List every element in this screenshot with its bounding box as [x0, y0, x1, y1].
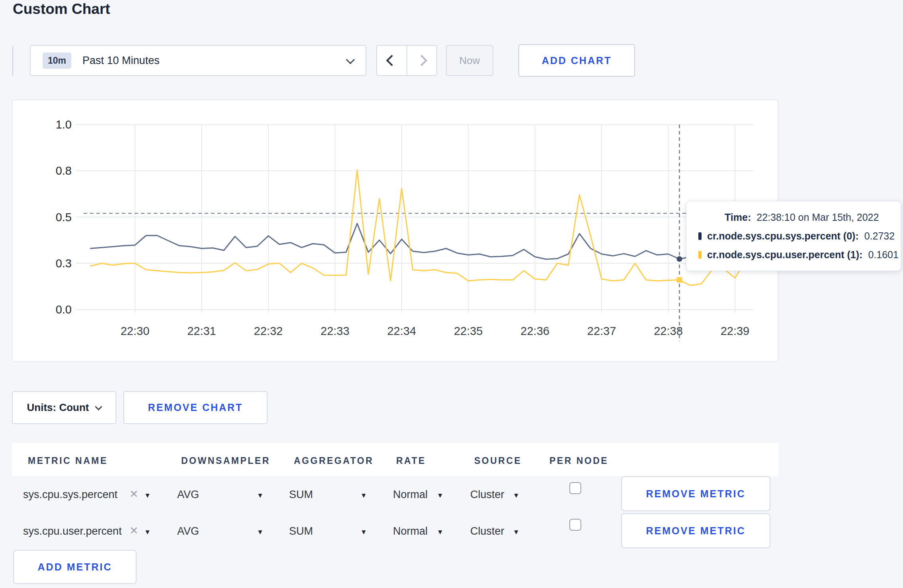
remove-chart-button[interactable]: REMOVE CHART: [123, 391, 268, 424]
aggregator-select[interactable]: SUM: [289, 525, 313, 537]
downsampler-arrow-icon[interactable]: ▼: [257, 492, 264, 499]
line-chart[interactable]: 0.00.30.50.81.022:3022:3122:3222:3322:34…: [12, 99, 778, 362]
units-label: Units: Count: [27, 401, 89, 414]
source-arrow-icon[interactable]: ▼: [513, 492, 520, 499]
col-header-per-node: PER NODE: [549, 456, 608, 466]
chart-hover-tooltip: Time: 22:38:10 on Mar 15th, 2022 cr.node…: [686, 201, 901, 271]
custom-chart-page: Custom Chart 10m Past 10 Minutes Now ADD…: [0, 0, 903, 588]
col-header-rate: RATE: [396, 456, 426, 466]
svg-text:1.0: 1.0: [56, 118, 72, 131]
add-metric-button[interactable]: ADD METRIC: [13, 550, 137, 584]
col-header-downsampler: DOWNSAMPLER: [181, 456, 270, 466]
remove-metric-button[interactable]: REMOVE METRIC: [621, 513, 770, 548]
user-series-legend-icon: [698, 251, 702, 259]
svg-text:22:38: 22:38: [654, 325, 683, 337]
svg-text:22:36: 22:36: [520, 325, 549, 337]
metric-name-select[interactable]: sys.cpu.user.percent: [23, 525, 122, 537]
col-header-aggregator: AGGREGATOR: [294, 456, 373, 466]
time-range-dropdown[interactable]: 10m Past 10 Minutes: [30, 45, 366, 76]
svg-text:0.0: 0.0: [56, 303, 72, 316]
svg-text:22:37: 22:37: [587, 325, 616, 337]
clear-metric-icon[interactable]: ✕: [129, 488, 139, 500]
svg-text:22:34: 22:34: [387, 325, 416, 337]
next-time-button[interactable]: [407, 46, 437, 75]
remove-metric-button[interactable]: REMOVE METRIC: [621, 476, 770, 511]
downsampler-select[interactable]: AVG: [177, 525, 199, 537]
metrics-table-header: [12, 443, 778, 476]
sys-series-legend-icon: [698, 232, 702, 240]
time-range-badge: 10m: [43, 53, 71, 69]
chevron-right-icon: [416, 55, 427, 66]
col-header-metric-name: METRIC NAME: [28, 456, 108, 466]
time-step-group: [376, 45, 437, 76]
metric-dropdown-arrow-icon[interactable]: ▼: [144, 529, 151, 535]
svg-text:0.3: 0.3: [56, 257, 72, 270]
tooltip-sys-name: cr.node.sys.cpu.sys.percent (0):: [707, 230, 859, 242]
svg-text:22:35: 22:35: [454, 325, 483, 337]
tooltip-sys-value: 0.2732: [864, 230, 895, 242]
chevron-down-icon: [95, 403, 102, 410]
svg-text:22:33: 22:33: [321, 325, 350, 337]
tooltip-user-value: 0.1601: [868, 249, 898, 261]
svg-text:22:32: 22:32: [254, 325, 283, 337]
svg-text:22:31: 22:31: [187, 325, 216, 337]
downsampler-arrow-icon[interactable]: ▼: [257, 529, 264, 535]
units-dropdown[interactable]: Units: Count: [12, 391, 116, 424]
clear-metric-icon[interactable]: ✕: [129, 524, 139, 537]
rate-select[interactable]: Normal: [393, 525, 428, 537]
chevron-down-icon: [346, 55, 355, 64]
downsampler-select[interactable]: AVG: [177, 489, 199, 501]
add-chart-button[interactable]: ADD CHART: [518, 44, 635, 77]
tooltip-time-value: 22:38:10 on Mar 15th, 2022: [756, 212, 879, 223]
toolbar-divider: [12, 46, 13, 76]
metric-name-select[interactable]: sys.cpu.sys.percent: [23, 489, 117, 501]
aggregator-arrow-icon[interactable]: ▼: [360, 492, 367, 499]
rate-arrow-icon[interactable]: ▼: [437, 529, 444, 535]
prev-time-button[interactable]: [377, 46, 407, 75]
metric-dropdown-arrow-icon[interactable]: ▼: [144, 492, 151, 499]
now-button[interactable]: Now: [446, 45, 493, 76]
svg-text:0.8: 0.8: [56, 164, 72, 177]
source-select[interactable]: Cluster: [470, 489, 504, 501]
rate-select[interactable]: Normal: [393, 489, 428, 501]
svg-text:0.5: 0.5: [56, 211, 72, 224]
page-title: Custom Chart: [13, 1, 110, 18]
aggregator-arrow-icon[interactable]: ▼: [360, 529, 367, 535]
tooltip-time-label: Time:: [725, 212, 751, 223]
per-node-checkbox[interactable]: [569, 519, 581, 531]
rate-arrow-icon[interactable]: ▼: [437, 492, 444, 499]
chevron-left-icon: [386, 55, 397, 66]
aggregator-select[interactable]: SUM: [289, 489, 313, 501]
source-arrow-icon[interactable]: ▼: [513, 529, 520, 535]
source-select[interactable]: Cluster: [470, 525, 504, 537]
svg-text:22:39: 22:39: [721, 325, 750, 337]
svg-text:22:30: 22:30: [121, 325, 150, 337]
tooltip-user-name: cr.node.sys.cpu.user.percent (1):: [707, 249, 862, 261]
col-header-source: SOURCE: [474, 456, 522, 466]
per-node-checkbox[interactable]: [569, 482, 581, 494]
time-range-label: Past 10 Minutes: [82, 55, 160, 67]
